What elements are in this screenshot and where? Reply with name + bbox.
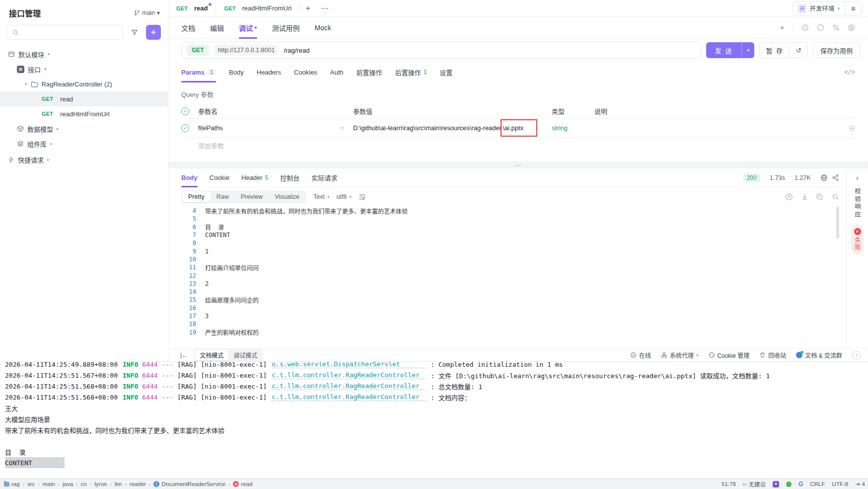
line-separator[interactable]: CRLF [810,481,825,487]
url-input[interactable]: GET http://127.0.0.1:8001 /rag/read [181,42,701,59]
tree-item-folder[interactable]: ▾ RagReaderController (2) [0,77,168,91]
collapse-sidebar-icon[interactable]: |← [180,352,188,359]
type-dropdown[interactable]: Text▾ [313,193,329,200]
debug-mode-button[interactable]: 调试模式 [228,350,262,360]
tab-debug[interactable]: 调试• [239,17,257,39]
expand-icon[interactable] [785,193,793,201]
base-url-chip[interactable]: http://127.0.0.1:8001 [214,45,279,56]
scroll-top-icon[interactable]: ↑ [852,351,861,360]
history-icon[interactable] [801,24,809,31]
g-plugin-icon[interactable]: G [798,481,803,488]
file-tab-read[interactable]: GET read [168,0,216,16]
logger-link[interactable]: o.s.web.servlet.DispatcherServlet [272,361,427,368]
breadcrumb-item[interactable]: main [43,481,55,487]
tab-resp-header[interactable]: Header5 [241,168,268,187]
response-body-editor[interactable]: 4带来了前所未有的机会和挑战，同时也为我们带来了更多、更丰富的艺术体验 5 6目… [181,206,839,348]
trash[interactable]: 回收站 [759,351,786,359]
community[interactable]: 文档 & 交流群 [796,351,842,359]
logger-link[interactable]: c.t.llm.controller.RagReaderController [272,382,427,390]
sparkle-icon[interactable]: ✦ [779,24,785,32]
breadcrumb-item-method[interactable]: mread [233,481,252,487]
view-visualize[interactable]: Visualize [269,191,305,202]
breadcrumb-item-class[interactable]: CDocumentReaderService [153,481,225,487]
share-icon[interactable] [832,174,839,181]
settings-target-icon[interactable] [848,24,855,31]
tab-resp-actual[interactable]: 实际请求 [311,168,337,187]
scrollbar[interactable] [836,207,839,348]
send-button[interactable]: 发 送 ▾ [706,42,755,58]
validate-response-label[interactable]: 校验响应 [853,188,862,219]
endpoint-read[interactable]: GET read [0,91,168,106]
tab-resp-cookie[interactable]: Cookie [210,168,229,187]
package-icon[interactable] [817,24,824,31]
undo-button[interactable]: ↺ [790,43,807,58]
tree-item-default-module[interactable]: 默认模块 ▾ [0,47,168,62]
view-preview[interactable]: Preview [235,191,269,202]
inspection-widget[interactable]: ‹›无建议 [743,480,766,488]
path-text[interactable]: /rag/read [284,47,309,54]
online-status[interactable]: 在线 [630,351,651,359]
param-name-input[interactable]: filePaths [198,124,340,132]
validate-fail-badge[interactable]: ✕ 失败 [851,225,864,254]
tab-settings[interactable]: 设置 [439,62,452,82]
send-dropdown[interactable]: ▾ [741,42,754,58]
collapse-panel-icon[interactable]: ‹ [856,173,859,182]
breadcrumb-item[interactable]: java [63,481,73,487]
ide-console[interactable]: 2026-04-11T14:25:49.889+08:00INFO6444---… [0,361,868,479]
breadcrumb-item[interactable]: rag [4,481,20,487]
system-proxy[interactable]: 系统代理▾ [661,351,699,359]
globe-icon[interactable] [820,174,828,181]
file-tab-readhtmlfromurl[interactable]: GET readHtmlFromUrl [216,0,299,16]
view-raw[interactable]: Raw [211,191,235,202]
remove-param-icon[interactable]: ⊖ [838,124,855,133]
tab-mock[interactable]: Mock [315,17,331,39]
new-tab-button[interactable]: + [299,0,316,16]
filter-button[interactable] [127,25,142,40]
tab-auth[interactable]: Auth [330,62,344,82]
breadcrumb-item[interactable]: src [27,481,35,487]
indent-widget[interactable]: ⇥4 [855,481,865,488]
param-type[interactable]: string [552,124,594,132]
environment-menu-button[interactable]: ≡ [845,2,862,15]
breadcrumb-item[interactable]: reader [130,481,146,487]
search-input[interactable] [7,25,123,40]
generate-code-icon[interactable]: </> [844,69,855,76]
cookie-manager[interactable]: Cookie 管理 [709,351,750,359]
param-enabled-checkbox[interactable]: ✓ [181,124,189,132]
breadcrumb-item[interactable]: cn [80,481,86,487]
tab-resp-console[interactable]: 控制台 [280,168,299,187]
tab-body[interactable]: Body [229,62,244,82]
tab-post-ops[interactable]: 后置操作1 [395,62,427,82]
plugin-icon[interactable]: ✦ [773,481,779,488]
endpoint-readhtmlfromurl[interactable]: GET readHtmlFromUrl [0,106,168,121]
breadcrumb-item[interactable]: llm [115,481,122,487]
copy-icon[interactable] [816,193,824,201]
caret-position[interactable]: 51:78 [722,481,736,487]
tree-item-components[interactable]: 组件库 ▸ [0,136,168,151]
status-dot-icon[interactable] [786,482,792,487]
tab-test-cases[interactable]: 测试用例 [272,17,300,39]
check-all-icon[interactable]: ✓ [181,107,189,115]
add-param-row[interactable]: 添加参数 [181,138,855,154]
environment-selector[interactable]: 开 开发环境 ▾ [793,3,845,13]
view-pretty[interactable]: Pretty [182,191,211,202]
resize-handle[interactable]: ⋯ [168,162,868,168]
tab-docs[interactable]: 文档 [181,17,195,39]
tab-params[interactable]: Params1 [181,62,216,82]
tab-more-button[interactable]: ⋯ [316,0,333,16]
tab-pre-ops[interactable]: 前置操作 [357,62,382,82]
logger-link[interactable]: c.t.llm.controller.RagReaderController [272,393,427,401]
breadcrumb-item[interactable]: tyron [94,481,107,487]
add-button[interactable]: + [146,25,161,40]
param-value-input[interactable]: D:\github\ai-learn\rag\src\main\resource… [353,124,552,132]
save-as-case-button[interactable]: 保存为用例 [813,42,860,58]
tab-headers[interactable]: Headers [257,62,281,82]
download-icon[interactable] [801,193,808,201]
tab-resp-body[interactable]: Body [181,168,198,187]
code-sample-icon[interactable] [832,24,840,31]
word-wrap-icon[interactable] [359,193,366,201]
tree-item-data-model[interactable]: 数据模型 ▸ [0,121,168,136]
file-encoding[interactable]: UTF-8 [832,481,848,487]
tree-item-interfaces[interactable]: 接口 ▾ [0,62,168,77]
doc-mode-button[interactable]: 文档模式 [195,350,228,360]
